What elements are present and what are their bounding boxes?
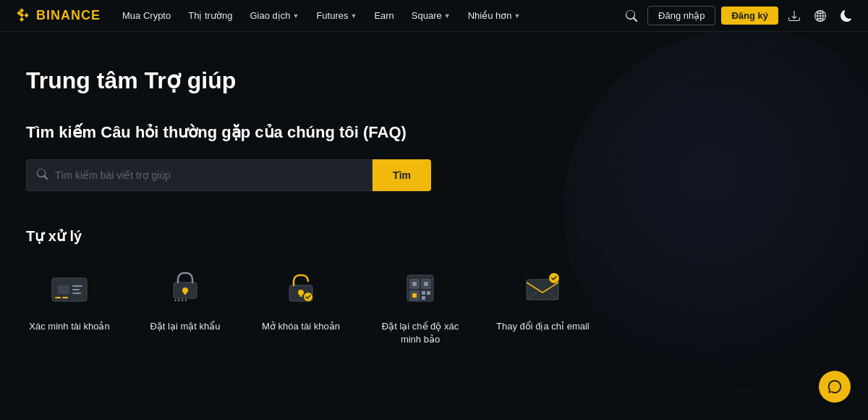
svg-rect-23: [422, 291, 425, 295]
card-verify-account[interactable]: Xác minh tài khoản: [26, 265, 113, 333]
card-change-email-label: Thay đổi địa chỉ email: [496, 320, 590, 333]
svg-rect-4: [72, 289, 80, 290]
svg-rect-6: [55, 297, 61, 298]
search-icon: [37, 169, 48, 182]
nav-nhieu-hon[interactable]: Nhiều hơn ▼: [461, 0, 528, 32]
self-service-title: Tự xử lý: [26, 227, 842, 245]
svg-rect-3: [72, 285, 82, 287]
faq-heading: Tìm kiếm Câu hỏi thường gặp của chúng tô…: [26, 123, 842, 142]
svg-rect-7: [62, 297, 68, 298]
navbar: BINANCE Mua Crypto Thị trường Giao dịch …: [0, 0, 868, 32]
language-icon-button[interactable]: [810, 6, 830, 26]
search-container: Tìm: [26, 159, 431, 191]
card-unlock-account[interactable]: Mở khóa tài khoản: [258, 265, 344, 333]
card-reset-password-label: Đặt lại mật khẩu: [150, 320, 220, 333]
cards-row: Xác minh tài khoản •••• Đặt lại mật khẩu: [26, 265, 842, 346]
svg-rect-14: [300, 294, 302, 297]
logo-text: BINANCE: [36, 8, 101, 23]
svg-rect-10: [184, 292, 187, 295]
card-reset-2fa-label: Đặt lại chế độ xác minh bảo: [373, 320, 467, 346]
unlock-icon: [278, 265, 324, 311]
nhieu-hon-chevron-icon: ▼: [514, 12, 521, 20]
nav-square[interactable]: Square ▼: [404, 0, 458, 32]
darkmode-icon-button[interactable]: [836, 6, 856, 26]
card-verify-account-label: Xác minh tài khoản: [29, 320, 109, 333]
main-content: Trung tâm Trợ giúp Tìm kiếm Câu hỏi thườ…: [0, 32, 868, 346]
card-reset-password[interactable]: •••• Đặt lại mật khẩu: [142, 265, 229, 333]
svg-rect-22: [412, 293, 417, 298]
nav-right: Đăng nhập Đăng ký: [621, 6, 856, 26]
login-button[interactable]: Đăng nhập: [647, 6, 715, 25]
svg-rect-5: [72, 293, 81, 294]
2fa-icon: [397, 265, 443, 311]
search-icon-button[interactable]: [621, 6, 642, 26]
nav-giao-dich[interactable]: Giao dịch ▼: [242, 0, 306, 32]
giao-dich-chevron-icon: ▼: [292, 12, 299, 20]
square-chevron-icon: ▼: [444, 12, 451, 20]
card-reset-2fa[interactable]: Đặt lại chế độ xác minh bảo: [373, 265, 467, 346]
self-service-section: Tự xử lý Xác minh tài khoản: [26, 227, 842, 346]
email-icon: [519, 265, 566, 311]
nav-thi-truong[interactable]: Thị trường: [181, 0, 239, 32]
search-input-wrapper: [26, 159, 373, 191]
svg-rect-25: [422, 296, 425, 300]
svg-rect-18: [412, 282, 417, 286]
search-button[interactable]: Tìm: [373, 159, 431, 191]
search-input[interactable]: [55, 169, 362, 181]
nav-earn[interactable]: Earn: [367, 0, 401, 32]
card-unlock-account-label: Mở khóa tài khoản: [262, 320, 340, 333]
svg-rect-2: [58, 285, 69, 294]
svg-text:••••: ••••: [174, 298, 187, 304]
svg-rect-20: [424, 282, 428, 286]
download-icon-button[interactable]: [784, 6, 804, 26]
nav-mua-crypto[interactable]: Mua Crypto: [115, 0, 178, 32]
futures-chevron-icon: ▼: [350, 12, 357, 20]
id-card-icon: [46, 265, 93, 311]
logo[interactable]: BINANCE: [12, 6, 101, 26]
svg-rect-24: [427, 291, 430, 295]
nav-futures[interactable]: Futures ▼: [309, 0, 364, 32]
page-title: Trung tâm Trợ giúp: [26, 67, 842, 94]
support-chat-button[interactable]: [819, 371, 851, 403]
password-icon: ••••: [162, 265, 208, 311]
nav-links: Mua Crypto Thị trường Giao dịch ▼ Future…: [115, 0, 621, 32]
card-change-email[interactable]: Thay đổi địa chỉ email: [496, 265, 590, 333]
register-button[interactable]: Đăng ký: [721, 7, 778, 25]
